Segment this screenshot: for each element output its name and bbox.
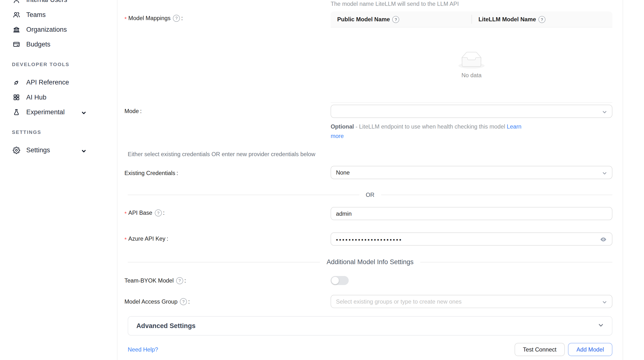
existing-credentials-select[interactable]: None	[331, 166, 612, 179]
column-public-model-name: Public Model Name ?	[331, 12, 472, 27]
help-icon[interactable]: ?	[392, 16, 400, 23]
empty-box-icon	[458, 52, 485, 68]
chevron-down-icon	[81, 110, 86, 117]
sidebar-item-budgets[interactable]: Budgets	[0, 37, 117, 52]
azure-api-key-label: * Azure API Key :	[124, 234, 168, 244]
model-mappings-table: Public Model Name ? LiteLLM Model Name ?	[331, 12, 612, 103]
additional-info-divider: Additional Model Info Settings	[128, 258, 612, 266]
add-model-button[interactable]: Add Model	[568, 343, 612, 356]
or-divider: OR	[128, 192, 612, 198]
chevron-down-icon	[598, 322, 604, 330]
sidebar-item-settings[interactable]: Settings	[0, 143, 117, 158]
divider-text: Additional Model Info Settings	[326, 258, 414, 266]
chevron-down-icon	[602, 170, 607, 177]
plug-icon	[13, 79, 20, 86]
sidebar-item-label: Budgets	[26, 41, 50, 48]
table-empty-state: No data	[331, 28, 612, 103]
sidebar-item-label: AI Hub	[26, 94, 46, 101]
need-help-link[interactable]: Need Help?	[128, 346, 158, 353]
api-base-label: * API Base ? :	[124, 208, 165, 218]
model-access-group-label: Model Access Group ? :	[124, 296, 190, 306]
sidebar-item-label: Settings	[26, 147, 50, 154]
sidebar: Internal Users Teams Organizations Budge…	[0, 0, 118, 360]
sidebar-item-teams[interactable]: Teams	[0, 8, 117, 22]
masked-api-key: •••••••••••••••••••••	[336, 232, 402, 246]
sidebar-item-label: Experimental	[26, 108, 65, 116]
gear-icon	[13, 147, 20, 154]
mode-help-text: Optional - LiteLLM endpoint to use when …	[331, 122, 528, 141]
table-header: Public Model Name ? LiteLLM Model Name ?	[331, 12, 612, 28]
users-icon	[13, 11, 20, 19]
add-model-page: Internal Users Teams Organizations Budge…	[0, 0, 644, 360]
sidebar-item-label: Teams	[26, 11, 46, 19]
sidebar-item-label: Internal Users	[26, 0, 67, 4]
bank-icon	[13, 26, 20, 34]
column-litellm-model-name: LiteLLM Model Name ?	[472, 12, 552, 27]
advanced-settings-panel[interactable]: Advanced Settings	[128, 316, 612, 336]
no-data-text: No data	[462, 72, 482, 78]
sidebar-item-label: Organizations	[26, 26, 67, 34]
chevron-down-icon	[602, 109, 607, 116]
model-access-group-placeholder: Select existing groups or type to create…	[336, 298, 462, 305]
grid-icon	[13, 94, 20, 101]
api-base-value: admin	[336, 210, 352, 217]
sidebar-section-developer-tools: DEVELOPER TOOLS	[0, 59, 117, 70]
chevron-down-icon	[602, 300, 607, 306]
required-mark: *	[124, 14, 126, 22]
team-byok-toggle[interactable]	[331, 276, 349, 285]
sidebar-item-label: API Reference	[26, 79, 69, 86]
test-connect-button[interactable]: Test Connect	[515, 343, 565, 356]
sidebar-section-settings: SETTINGS	[0, 126, 117, 138]
existing-credentials-label: Existing Credentials :	[124, 168, 178, 178]
model-mappings-label: * Model Mappings ? :	[124, 13, 183, 23]
help-icon[interactable]: ?	[180, 298, 187, 305]
sidebar-item-experimental[interactable]: Experimental	[0, 105, 117, 120]
required-mark: *	[124, 209, 126, 217]
required-mark: *	[124, 235, 126, 242]
add-model-form-panel: The model name LiteLLM will send to the …	[118, 0, 623, 360]
advanced-settings-title: Advanced Settings	[136, 322, 196, 330]
credit-card-icon	[13, 41, 20, 48]
chevron-down-icon	[81, 148, 86, 156]
help-icon[interactable]: ?	[155, 209, 162, 216]
model-name-hint: The model name LiteLLM will send to the …	[331, 0, 459, 7]
mode-select[interactable]	[331, 105, 612, 118]
user-icon	[13, 0, 20, 4]
sidebar-item-ai-hub[interactable]: AI Hub	[0, 90, 117, 105]
credentials-hint: Either select existing credentials OR en…	[128, 151, 316, 157]
or-text: OR	[366, 192, 374, 198]
sidebar-item-api-reference[interactable]: API Reference	[0, 75, 117, 90]
help-icon[interactable]: ?	[538, 16, 546, 23]
sidebar-item-organizations[interactable]: Organizations	[0, 22, 117, 37]
team-byok-label: Team-BYOK Model ? :	[124, 276, 186, 286]
azure-api-key-input[interactable]: •••••••••••••••••••••	[331, 232, 612, 246]
toggle-knob	[332, 277, 339, 284]
existing-credentials-value: None	[336, 169, 350, 176]
mode-label: Mode :	[124, 106, 142, 116]
sidebar-item-internal-users[interactable]: Internal Users	[0, 0, 117, 8]
api-base-input[interactable]: admin	[331, 207, 612, 220]
model-access-group-select[interactable]: Select existing groups or type to create…	[331, 295, 612, 308]
eye-icon[interactable]	[600, 236, 607, 244]
help-icon[interactable]: ?	[176, 277, 183, 284]
help-icon[interactable]: ?	[173, 14, 180, 22]
flask-icon	[13, 108, 20, 116]
